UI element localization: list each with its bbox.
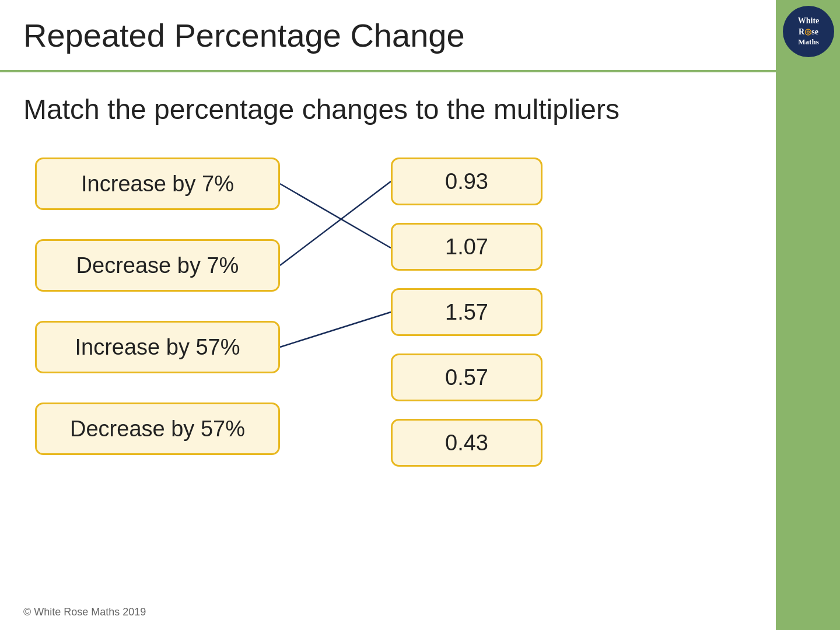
svg-line-2 [280, 312, 391, 347]
logo-white-text: White [798, 16, 820, 26]
page-title: Repeated Percentage Change [23, 16, 465, 54]
left-box-increase-7[interactable]: Increase by 7% [35, 158, 280, 210]
right-boxes-container: 0.93 1.07 1.57 0.57 0.43 [391, 158, 542, 467]
svg-line-1 [280, 181, 391, 265]
left-boxes-container: Increase by 7% Decrease by 7% Increase b… [35, 158, 280, 455]
footer-text: © White Rose Maths 2019 [23, 606, 146, 618]
right-box-107[interactable]: 1.07 [391, 223, 542, 271]
right-box-157[interactable]: 1.57 [391, 288, 542, 336]
left-box-decrease-57[interactable]: Decrease by 57% [35, 402, 280, 455]
content-area: Increase by 7% Decrease by 7% Increase b… [18, 158, 764, 595]
right-box-093[interactable]: 0.93 [391, 158, 542, 205]
right-box-057[interactable]: 0.57 [391, 354, 542, 401]
right-box-043[interactable]: 0.43 [391, 419, 542, 467]
logo: White R◎se Maths [783, 6, 834, 57]
subtitle: Match the percentage changes to the mult… [23, 93, 620, 125]
left-box-increase-57[interactable]: Increase by 57% [35, 321, 280, 373]
svg-line-0 [280, 184, 391, 248]
sidebar [776, 0, 840, 630]
top-divider [0, 70, 776, 72]
logo-maths-text: Maths [798, 37, 818, 47]
logo-rose-text: R◎se [799, 27, 818, 37]
left-box-decrease-7[interactable]: Decrease by 7% [35, 239, 280, 292]
